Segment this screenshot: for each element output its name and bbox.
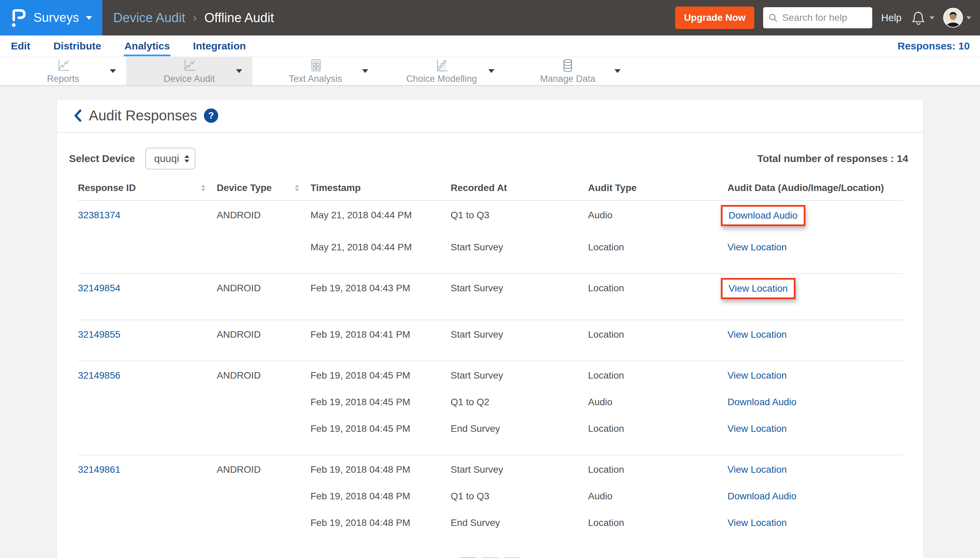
timestamp-cell: May 21, 2018 04:44 PM	[311, 233, 451, 274]
account-menu[interactable]	[943, 8, 971, 28]
caret-down-icon[interactable]	[110, 69, 116, 73]
audit-type-cell: Audio	[588, 200, 728, 233]
table-row: 32149854 ANDROID Feb 19, 2018 04:43 PM S…	[78, 274, 903, 320]
device-type-cell: ANDROID	[217, 274, 311, 320]
recorded-at-cell: Start Survey	[451, 233, 588, 274]
column-header-device-type: Device Type	[217, 182, 311, 200]
table-row: 32149855 ANDROID Feb 19, 2018 04:41 PM S…	[78, 320, 903, 361]
device-type-cell: ANDROID	[217, 320, 311, 361]
breadcrumb-separator-icon	[193, 11, 197, 25]
response-id-link[interactable]: 32149854	[78, 283, 121, 293]
view-location-link[interactable]: View Location	[728, 370, 787, 381]
audit-type-cell: Location	[588, 320, 728, 361]
response-id-link[interactable]: 32149856	[78, 370, 121, 381]
audit-responses-table: Response ID Device Type Timestamp Record…	[78, 182, 903, 535]
card-header: Audit Responses	[57, 99, 923, 133]
column-header-timestamp: Timestamp	[311, 182, 451, 200]
caret-down-icon	[966, 16, 971, 20]
toolbar-item-label: Choice Modelling	[406, 74, 477, 84]
view-location-link[interactable]: View Location	[728, 517, 787, 528]
tab-edit[interactable]: Edit	[10, 36, 31, 56]
tab-integration[interactable]: Integration	[192, 36, 247, 56]
toolbar-item-choice-modelling[interactable]: Choice Modelling	[379, 57, 505, 85]
page-title: Audit Responses	[89, 107, 197, 124]
breadcrumb-current-page: Offline Audit	[204, 11, 274, 25]
recorded-at-cell: Start Survey	[451, 361, 588, 388]
caret-down-icon[interactable]	[488, 69, 495, 73]
toolbar-item-label: Text Analysis	[289, 74, 342, 84]
view-location-link[interactable]: View Location	[728, 464, 787, 475]
device-select-value: quuqi	[154, 153, 179, 164]
notifications-menu[interactable]	[910, 10, 934, 26]
audit-type-cell: Location	[588, 233, 728, 274]
column-header-audit-data: Audit Data (Audio/Image/Location)	[728, 182, 903, 200]
caret-down-icon[interactable]	[236, 69, 242, 73]
device-type-cell: ANDROID	[217, 455, 311, 535]
view-location-link[interactable]: View Location	[728, 329, 787, 340]
audit-type-cell: Location	[588, 361, 728, 388]
table-header-row: Response ID Device Type Timestamp Record…	[78, 182, 903, 200]
timestamp-cell: Feb 19, 2018 04:43 PM	[311, 274, 451, 320]
help-question-icon[interactable]	[204, 108, 218, 123]
table-row: 32381374 ANDROID May 21, 2018 04:44 PM Q…	[78, 200, 903, 233]
view-location-link[interactable]: View Location	[728, 242, 787, 253]
brand-menu[interactable]: Surveys	[0, 0, 102, 36]
response-id-link[interactable]: 32149861	[78, 464, 121, 475]
tab-analytics[interactable]: Analytics	[124, 36, 170, 56]
questionpro-logo-icon	[11, 7, 26, 28]
download-audio-link[interactable]: Download Audio	[728, 397, 796, 407]
timestamp-cell: Feb 19, 2018 04:45 PM	[311, 388, 451, 414]
select-device-label: Select Device	[69, 153, 135, 164]
view-location-link[interactable]: View Location	[728, 423, 787, 434]
recorded-at-cell: Start Survey	[451, 320, 588, 361]
timestamp-cell: Feb 19, 2018 04:48 PM	[311, 509, 451, 535]
highlight-box: View Location	[721, 278, 796, 299]
recorded-at-cell: Q1 to Q2	[451, 388, 588, 414]
column-header-audit-type: Audit Type	[588, 182, 728, 200]
topbar-actions: Upgrade Now Help	[675, 7, 980, 29]
caret-down-icon	[929, 16, 934, 20]
toolbar-item-manage-data[interactable]: Manage Data	[505, 57, 631, 85]
database-icon	[560, 58, 575, 73]
sort-icon[interactable]	[201, 184, 205, 191]
view-location-link[interactable]: View Location	[729, 283, 788, 294]
timestamp-cell: Feb 19, 2018 04:48 PM	[311, 455, 451, 482]
table-row: 32149861 ANDROID Feb 19, 2018 04:48 PM S…	[78, 455, 903, 482]
timestamp-cell: May 21, 2018 04:44 PM	[311, 200, 451, 233]
audit-type-cell: Location	[588, 455, 728, 482]
response-id-link[interactable]: 32381374	[78, 210, 121, 220]
highlight-box: Download Audio	[721, 205, 805, 226]
recorded-at-cell: End Survey	[451, 509, 588, 535]
search-input[interactable]	[782, 12, 867, 23]
recorded-at-cell: Q1 to Q3	[451, 200, 588, 233]
timestamp-cell: Feb 19, 2018 04:41 PM	[311, 320, 451, 361]
sort-icon[interactable]	[295, 184, 299, 191]
timestamp-cell: Feb 19, 2018 04:45 PM	[311, 414, 451, 455]
upgrade-now-button[interactable]: Upgrade Now	[675, 7, 754, 29]
device-select[interactable]: quuqi	[145, 148, 195, 169]
caret-down-icon[interactable]	[615, 69, 621, 73]
breadcrumb-section-link[interactable]: Device Audit	[113, 11, 185, 25]
caret-down-icon[interactable]	[362, 69, 368, 73]
timestamp-cell: Feb 19, 2018 04:48 PM	[311, 482, 451, 509]
responses-count: Responses: 10	[898, 40, 970, 52]
response-id-link[interactable]: 32149855	[78, 329, 121, 340]
toolbar-item-text-analysis[interactable]: Text Analysis	[252, 57, 379, 85]
toolbar-item-reports[interactable]: Reports	[0, 57, 126, 85]
total-responses-label: Total number of responses : 14	[757, 153, 908, 164]
tab-distribute[interactable]: Distribute	[53, 36, 102, 56]
download-audio-link[interactable]: Download Audio	[728, 491, 796, 501]
device-type-cell: ANDROID	[217, 361, 311, 455]
avatar	[943, 8, 963, 28]
audit-responses-card: Audit Responses Select Device quuqi Tota…	[57, 99, 924, 558]
main-tab-bar: Edit Distribute Analytics Integration Re…	[0, 36, 980, 57]
recorded-at-cell: Start Survey	[451, 274, 588, 320]
download-audio-link[interactable]: Download Audio	[729, 210, 798, 221]
back-button[interactable]	[73, 109, 82, 122]
timestamp-cell: Feb 19, 2018 04:45 PM	[311, 361, 451, 388]
help-link[interactable]: Help	[881, 12, 901, 23]
select-arrows-icon	[185, 155, 189, 163]
toolbar-item-device-audit[interactable]: Device Audit	[126, 57, 252, 85]
help-search-box[interactable]	[763, 7, 872, 28]
caret-down-icon	[86, 16, 92, 20]
